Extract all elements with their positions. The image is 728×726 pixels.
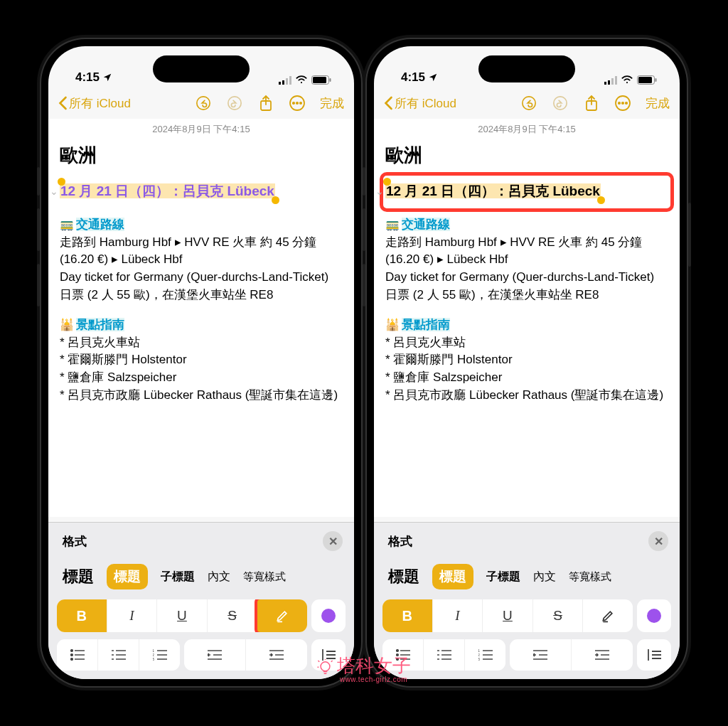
more-icon[interactable]	[289, 95, 306, 112]
svg-point-47	[626, 82, 628, 83]
svg-point-4	[301, 82, 302, 83]
dash-list-button[interactable]	[423, 639, 464, 671]
undo-icon[interactable]	[520, 95, 537, 112]
annotation-highlight	[255, 599, 307, 632]
highlight-button[interactable]	[582, 599, 633, 632]
style-title[interactable]: 標題	[63, 566, 94, 587]
outdent-button[interactable]	[184, 639, 245, 671]
wifi-icon	[295, 75, 308, 85]
svg-rect-50	[655, 78, 657, 82]
style-body[interactable]: 內文	[533, 570, 556, 584]
outdent-button[interactable]	[510, 639, 571, 671]
indent-button[interactable]	[245, 639, 307, 671]
redo-icon	[226, 95, 243, 112]
strike-button[interactable]: S	[207, 599, 257, 632]
share-icon[interactable]	[257, 95, 274, 112]
body-line: * 呂貝克火車站	[60, 334, 343, 352]
bullet-list-button[interactable]	[57, 639, 97, 671]
status-time: 4:15	[401, 70, 425, 85]
underline-button[interactable]: U	[156, 599, 207, 632]
done-button[interactable]: 完成	[320, 95, 344, 112]
dynamic-island	[153, 55, 250, 82]
svg-rect-7	[330, 78, 331, 82]
undo-icon[interactable]	[195, 95, 212, 112]
selection-handle-start[interactable]	[58, 178, 65, 186]
style-subheading[interactable]: 子標題	[161, 570, 195, 584]
share-icon[interactable]	[583, 95, 600, 112]
svg-rect-45	[611, 78, 614, 85]
svg-point-57	[626, 102, 627, 104]
note-title: 歐洲	[60, 143, 343, 182]
location-icon	[102, 73, 112, 82]
style-title[interactable]: 標題	[388, 566, 419, 587]
style-mono[interactable]: 等寬樣式	[569, 570, 611, 584]
svg-point-15	[70, 650, 73, 652]
body-line: * 呂貝克市政廳 Lübecker Rathaus (聖誕市集在這邊)	[60, 387, 343, 405]
svg-text:3: 3	[478, 657, 480, 661]
note-timestamp: 2024年8月9日 下午4:15	[60, 119, 343, 143]
selection-handle-end[interactable]	[272, 196, 279, 204]
bold-button[interactable]: B	[57, 599, 107, 632]
style-subheading[interactable]: 子標題	[486, 570, 520, 584]
cellular-icon	[604, 76, 617, 85]
section-transport: 交通路線	[402, 218, 450, 231]
strike-button[interactable]: S	[532, 599, 583, 632]
redo-icon	[552, 95, 569, 112]
done-button[interactable]: 完成	[646, 95, 670, 112]
collapse-icon[interactable]: ⌄	[375, 186, 384, 197]
highlight-button[interactable]	[257, 599, 307, 632]
section-sights: 景點指南	[76, 318, 124, 331]
number-list-button[interactable]: 123	[139, 639, 180, 671]
back-button[interactable]: 所有 iCloud	[58, 95, 131, 112]
back-button[interactable]: 所有 iCloud	[384, 95, 456, 112]
more-icon[interactable]	[614, 95, 631, 112]
svg-point-13	[296, 102, 298, 104]
body-line: * 鹽倉庫 Salzspeicher	[385, 369, 668, 387]
style-heading[interactable]: 標題	[107, 564, 148, 589]
svg-point-58	[396, 650, 398, 652]
phone-right: 4:15 所有 iCloud	[367, 39, 687, 686]
svg-rect-49	[638, 77, 652, 83]
svg-line-88	[318, 661, 319, 662]
text-color-button[interactable]	[311, 599, 346, 632]
italic-button[interactable]: I	[432, 599, 483, 632]
format-label: 格式	[63, 533, 87, 550]
wifi-icon	[621, 75, 633, 85]
body-line: Day ticket for Germany (Quer-durchs-Land…	[385, 269, 668, 304]
text-style-row[interactable]: 標題 標題 子標題 內文 等寬樣式	[48, 560, 354, 599]
style-body[interactable]: 內文	[208, 570, 230, 584]
note-heading[interactable]: ⌄ 12 月 21 日（四）：呂貝克 Lübeck	[385, 182, 668, 201]
note-timestamp: 2024年8月9日 下午4:15	[385, 119, 668, 143]
svg-rect-43	[604, 82, 606, 85]
location-icon	[428, 73, 438, 82]
close-icon[interactable]: ✕	[648, 531, 668, 551]
selection-handle-start[interactable]	[383, 178, 391, 186]
style-heading[interactable]: 標題	[432, 564, 473, 589]
body-line: 走路到 Hamburg Hbf ▸ HVV RE 火車 約 45 分鐘 (16.…	[385, 234, 668, 269]
note-heading[interactable]: ⌄ 12 月 21 日（四）：呂貝克 Lübeck	[60, 182, 343, 201]
note-content[interactable]: 2024年8月9日 下午4:15 歐洲 ⌄ 12 月 21 日（四）：呂貝克 L…	[48, 119, 354, 517]
text-color-button[interactable]	[637, 599, 671, 632]
format-panel: 格式 ✕ 標題 標題 子標題 內文 等寬樣式 B I U S	[48, 522, 354, 679]
body-line: Day ticket for Germany (Quer-durchs-Land…	[60, 269, 343, 304]
selection-handle-end[interactable]	[597, 196, 605, 204]
collapse-icon[interactable]: ⌄	[50, 186, 58, 197]
svg-line-89	[331, 661, 333, 662]
svg-rect-46	[615, 76, 617, 85]
underline-button[interactable]: U	[482, 599, 532, 632]
dash-list-button[interactable]	[97, 639, 139, 671]
indent-button[interactable]	[571, 639, 633, 671]
battery-icon	[637, 75, 657, 85]
body-line: * 霍爾斯滕門 Holstentor	[60, 351, 343, 369]
text-style-row[interactable]: 標題 標題 子標題 內文 等寬樣式	[374, 560, 680, 599]
svg-point-14	[300, 102, 301, 104]
bold-button[interactable]: B	[382, 599, 432, 632]
nav-bar: 所有 iCloud 完成	[374, 87, 680, 119]
block-quote-button[interactable]	[637, 639, 671, 671]
note-content[interactable]: 2024年8月9日 下午4:15 歐洲 ⌄ 12 月 21 日（四）：呂貝克 L…	[374, 119, 680, 517]
italic-button[interactable]: I	[107, 599, 157, 632]
svg-rect-2	[286, 78, 288, 85]
style-mono[interactable]: 等寬樣式	[243, 570, 286, 584]
number-list-button[interactable]: 123	[464, 639, 505, 671]
close-icon[interactable]: ✕	[323, 531, 343, 551]
